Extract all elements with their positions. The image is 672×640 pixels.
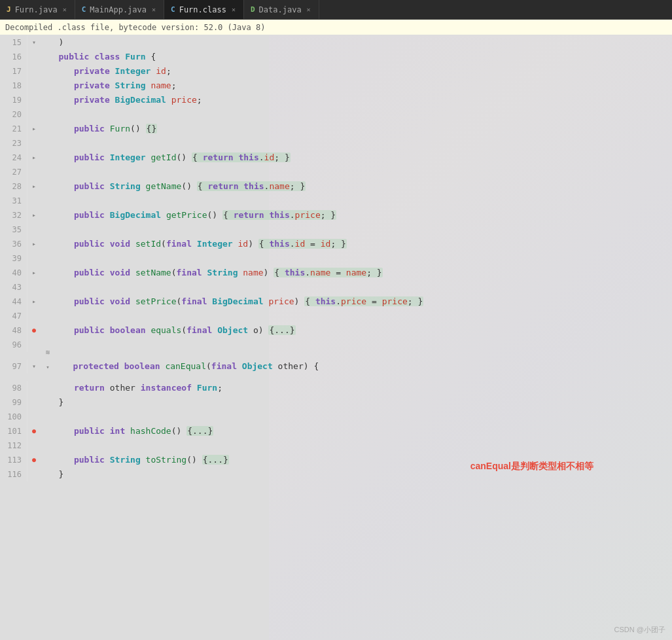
tab-mainapp-java[interactable]: C MainApp.java ✕ bbox=[75, 0, 164, 19]
line-number: 27 bbox=[0, 165, 27, 179]
tab-furn-java[interactable]: J Furn.java ✕ bbox=[0, 0, 75, 19]
breakpoint-icon[interactable]: ● bbox=[32, 323, 36, 338]
code-line: 15▾ ) bbox=[0, 35, 672, 50]
code-line: 47 bbox=[0, 309, 672, 323]
line-gutter: ▾ bbox=[27, 359, 41, 374]
mainapp-icon: C bbox=[82, 5, 86, 14]
tab-furn-class-label: Furn.class bbox=[179, 5, 226, 14]
collapse-icon[interactable]: ▸ bbox=[29, 266, 39, 280]
line-number: 31 bbox=[0, 194, 27, 208]
line-code: private String name; bbox=[41, 79, 672, 93]
line-number: 28 bbox=[0, 179, 27, 194]
line-gutter: ● bbox=[27, 323, 41, 338]
line-code: public Furn() {} bbox=[41, 122, 672, 136]
code-line: 20 bbox=[0, 107, 672, 122]
line-number: 99 bbox=[0, 395, 27, 410]
line-gutter: ▸ bbox=[27, 208, 41, 222]
line-number: 21 bbox=[0, 122, 27, 136]
line-number: 18 bbox=[0, 79, 27, 93]
line-number: 32 bbox=[0, 208, 27, 222]
code-line: 18 private String name; bbox=[0, 79, 672, 93]
line-number: 39 bbox=[0, 251, 27, 266]
collapse-icon[interactable]: ▸ bbox=[29, 122, 39, 136]
line-number: 48 bbox=[0, 323, 27, 338]
line-number: 116 bbox=[0, 467, 27, 482]
line-code: } bbox=[41, 395, 672, 410]
line-code: public BigDecimal getPrice() { return th… bbox=[41, 208, 672, 222]
tab-mainapp-close[interactable]: ✕ bbox=[150, 5, 157, 14]
code-line: 101● public int hashCode() {...} bbox=[0, 424, 672, 438]
code-line: 48● public boolean equals(final Object o… bbox=[0, 323, 672, 338]
line-gutter: ▸ bbox=[27, 294, 41, 309]
code-line: 96 bbox=[0, 338, 672, 352]
line-gutter: ● bbox=[27, 424, 41, 438]
line-code: public String getName() { return this.na… bbox=[41, 179, 672, 194]
data-icon: D bbox=[251, 5, 255, 14]
line-code: public void setId(final Integer id) { th… bbox=[41, 237, 672, 251]
line-number: 97 bbox=[0, 359, 27, 374]
code-line: 21▸ public Furn() {} bbox=[0, 122, 672, 136]
tab-data-close[interactable]: ✕ bbox=[306, 5, 312, 14]
code-line: 97▾≋▾ protected boolean canEqual(final O… bbox=[0, 352, 672, 381]
collapse-icon[interactable]: ▸ bbox=[29, 294, 39, 309]
tab-mainapp-label: MainApp.java bbox=[90, 5, 147, 14]
line-number: 44 bbox=[0, 294, 27, 309]
collapse-icon[interactable]: ▾ bbox=[29, 35, 39, 50]
line-number: 24 bbox=[0, 151, 27, 165]
code-line: 28▸ public String getName() { return thi… bbox=[0, 179, 672, 194]
lambda-marker: ≋▾ bbox=[41, 346, 55, 374]
line-code: private Integer id; bbox=[41, 64, 672, 79]
collapse-icon[interactable]: ▸ bbox=[29, 237, 39, 251]
code-line: 43 bbox=[0, 280, 672, 294]
collapse-icon[interactable]: ▸ bbox=[29, 151, 39, 165]
tab-bar: J Furn.java ✕ C MainApp.java ✕ C Furn.cl… bbox=[0, 0, 672, 20]
line-number: 43 bbox=[0, 280, 27, 294]
line-number: 113 bbox=[0, 453, 27, 467]
line-code: public boolean equals(final Object o) {.… bbox=[41, 323, 672, 338]
class-icon: C bbox=[171, 5, 175, 14]
line-code: public int hashCode() {...} bbox=[41, 424, 672, 438]
line-number: 35 bbox=[0, 222, 27, 237]
line-gutter: ▾ bbox=[27, 35, 41, 50]
code-line: 99 } bbox=[0, 395, 672, 410]
line-gutter: ▸ bbox=[27, 237, 41, 251]
line-code: public class Furn { bbox=[41, 50, 672, 64]
tab-furn-class-close[interactable]: ✕ bbox=[230, 5, 237, 14]
tab-furn-java-label: Furn.java bbox=[15, 5, 58, 14]
code-line: 35 bbox=[0, 222, 672, 237]
code-area: 15▾ )16 public class Furn {17 private In… bbox=[0, 35, 672, 482]
line-gutter: ▸ bbox=[27, 179, 41, 194]
collapse-icon[interactable]: ▸ bbox=[29, 179, 39, 194]
code-line: 44▸ public void setPrice(final BigDecima… bbox=[0, 294, 672, 309]
line-gutter: ▸ bbox=[27, 151, 41, 165]
breakpoint-icon[interactable]: ● bbox=[32, 453, 36, 467]
info-text: Decompiled .class file, bytecode version… bbox=[5, 23, 265, 32]
code-line: 16 public class Furn { bbox=[0, 50, 672, 64]
tab-furn-java-close[interactable]: ✕ bbox=[62, 5, 68, 14]
line-number: 36 bbox=[0, 237, 27, 251]
tab-data-java[interactable]: D Data.java ✕ bbox=[244, 0, 319, 19]
line-code: public void setName(final String name) {… bbox=[41, 266, 672, 280]
line-number: 98 bbox=[0, 381, 27, 395]
editor-area: canEqual是判断类型相不相等 15▾ )16 public class F… bbox=[0, 35, 672, 640]
info-bar: Decompiled .class file, bytecode version… bbox=[0, 20, 672, 35]
line-code: private BigDecimal price; bbox=[41, 93, 672, 107]
code-line: 116 } bbox=[0, 467, 672, 482]
code-line: 31 bbox=[0, 194, 672, 208]
collapse-icon[interactable]: ▾ bbox=[29, 359, 39, 374]
line-code: protected boolean canEqual(final Object … bbox=[55, 359, 672, 374]
java-icon: J bbox=[7, 5, 11, 14]
line-gutter: ▸ bbox=[27, 266, 41, 280]
line-code: } bbox=[41, 467, 672, 482]
code-line: 19 private BigDecimal price; bbox=[0, 93, 672, 107]
code-line: 23 bbox=[0, 136, 672, 151]
collapse-icon[interactable]: ▸ bbox=[29, 208, 39, 222]
tab-furn-class[interactable]: C Furn.class ✕ bbox=[164, 0, 244, 19]
code-line: 36▸ public void setId(final Integer id) … bbox=[0, 237, 672, 251]
code-line: 27 bbox=[0, 165, 672, 179]
line-number: 47 bbox=[0, 309, 27, 323]
line-number: 112 bbox=[0, 438, 27, 453]
breakpoint-icon[interactable]: ● bbox=[32, 424, 36, 438]
line-number: 19 bbox=[0, 93, 27, 107]
line-number: 20 bbox=[0, 107, 27, 122]
